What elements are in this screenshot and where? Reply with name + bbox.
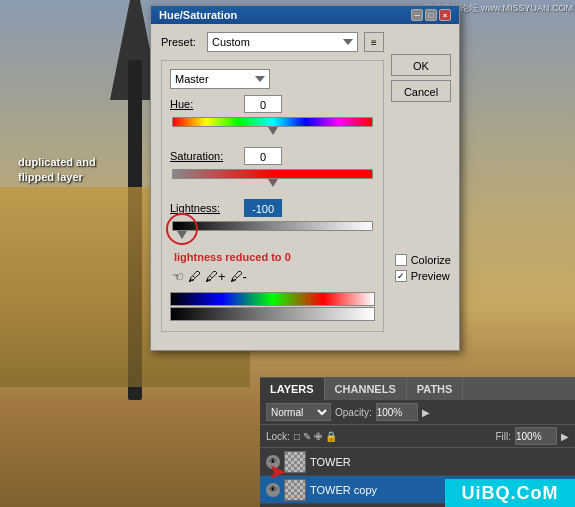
lock-transparency-icon[interactable]: □ [294, 431, 300, 442]
hue-value[interactable]: 0 [244, 95, 282, 113]
lightness-circle-annotation [166, 213, 198, 245]
eyedroppers-strip: ☜ 🖊 🖊+ 🖊- [170, 269, 375, 284]
lightness-slider-container [170, 221, 375, 243]
watermark-bottom: UiBQ.CoM [462, 483, 559, 504]
hue-thumb-container [172, 127, 373, 139]
lock-label: Lock: [266, 431, 290, 442]
hand-tool-icon[interactable]: ☜ [172, 269, 184, 284]
spectrum-bar-bottom [170, 307, 375, 321]
preview-checkbox[interactable] [395, 270, 407, 282]
preset-label: Preset: [161, 36, 201, 48]
layer-thumbnail-tower [284, 451, 306, 473]
lock-icons-group: □ ✎ ✙ 🔒 [294, 431, 337, 442]
tab-paths[interactable]: PATHS [407, 378, 464, 400]
lightness-slider-track[interactable] [172, 221, 373, 231]
light-thumb-container [172, 231, 373, 243]
eyedropper-icon[interactable]: 🖊 [188, 269, 201, 284]
maximize-button[interactable]: □ [425, 9, 437, 21]
dialog-buttons: OK Cancel [391, 54, 451, 102]
opacity-label: Opacity: [335, 407, 372, 418]
saturation-label: Saturation: [170, 150, 238, 162]
minimize-button[interactable]: ─ [411, 9, 423, 21]
cancel-button[interactable]: Cancel [391, 80, 451, 102]
sliders-group: Master Hue: 0 Saturation: 0 [161, 60, 384, 332]
lock-all-icon[interactable]: 🔒 [325, 431, 337, 442]
saturation-row: Saturation: 0 [170, 147, 375, 165]
tab-layers[interactable]: LAYERS [260, 378, 325, 400]
layer-thumbnail-tower-copy [284, 479, 306, 501]
saturation-slider-thumb[interactable] [268, 179, 278, 187]
sat-thumb-container [172, 179, 373, 191]
dialog-titlebar: Hue/Saturation ─ □ × [151, 6, 459, 24]
annotation-text: duplicated and flipped layer [18, 155, 98, 186]
options-area: Colorize Preview [395, 254, 451, 282]
ok-button[interactable]: OK [391, 54, 451, 76]
hue-saturation-dialog: Hue/Saturation ─ □ × Preset: Custom ≡ [150, 5, 460, 351]
layers-tabs: LAYERS CHANNELS PATHS [260, 378, 575, 400]
hue-label: Hue: [170, 98, 238, 110]
hue-slider-track[interactable] [172, 117, 373, 127]
eyedropper-plus-icon[interactable]: 🖊+ [205, 269, 226, 284]
hue-row: Hue: 0 [170, 95, 375, 113]
blend-mode-select[interactable]: Normal [266, 403, 331, 421]
spectrum-bar-top [170, 292, 375, 306]
colorize-checkbox[interactable] [395, 254, 407, 266]
saturation-value[interactable]: 0 [244, 147, 282, 165]
main-container: duplicated and flipped layer ↺ 思缘设计论坛 ww… [0, 0, 575, 507]
layers-mode-row: Normal Opacity: ▶ [260, 400, 575, 425]
close-button[interactable]: × [439, 9, 451, 21]
eyedropper-minus-icon[interactable]: 🖊- [230, 269, 247, 284]
hue-slider-thumb[interactable] [268, 127, 278, 135]
fill-input[interactable] [515, 427, 557, 445]
tab-channels[interactable]: CHANNELS [325, 378, 407, 400]
hue-slider-container [170, 117, 375, 139]
layer-row-tower[interactable]: 👁 TOWER [260, 448, 575, 476]
colorize-option: Colorize [395, 254, 451, 266]
layers-lock-row: Lock: □ ✎ ✙ 🔒 Fill: ▶ [260, 425, 575, 448]
layer-name-tower: TOWER [310, 456, 569, 468]
cyan-banner: UiBQ.CoM [445, 479, 575, 507]
opacity-input[interactable] [376, 403, 418, 421]
fill-label: Fill: [495, 431, 511, 442]
lock-paint-icon[interactable]: ✎ [303, 431, 311, 442]
lightness-row: Lightness: -100 [170, 199, 375, 217]
preview-option: Preview [395, 270, 451, 282]
preview-label: Preview [411, 270, 450, 282]
colorize-label: Colorize [411, 254, 451, 266]
channel-row: Master [170, 69, 375, 89]
lock-move-icon[interactable]: ✙ [314, 431, 322, 442]
opacity-arrow-icon[interactable]: ▶ [422, 407, 430, 418]
saturation-slider-container [170, 169, 375, 191]
dialog-title: Hue/Saturation [159, 9, 237, 21]
titlebar-controls: ─ □ × [411, 9, 451, 21]
saturation-slider-track[interactable] [172, 169, 373, 179]
fill-arrow-icon[interactable]: ▶ [561, 431, 569, 442]
dialog-body: Preset: Custom ≡ Master Hue: 0 [151, 24, 459, 350]
channel-select[interactable]: Master [170, 69, 270, 89]
preset-options-icon[interactable]: ≡ [364, 32, 384, 52]
red-arrow-tower-copy: ➤ [268, 459, 286, 485]
lightness-value[interactable]: -100 [244, 199, 282, 217]
preset-select[interactable]: Custom [207, 32, 358, 52]
preset-row: Preset: Custom ≡ [161, 32, 384, 52]
lightness-note: lightness reduced to 0 [174, 251, 375, 263]
